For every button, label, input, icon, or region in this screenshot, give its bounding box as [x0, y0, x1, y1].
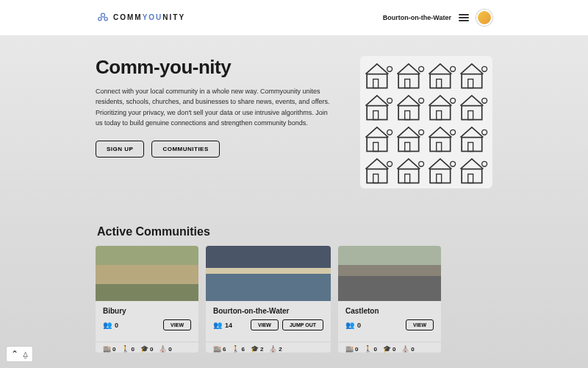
- community-name: Bourton-on-the-Water: [213, 307, 323, 315]
- people-icon: 👥: [345, 321, 354, 329]
- svg-point-2: [104, 17, 107, 20]
- avatar[interactable]: [476, 10, 492, 26]
- hero-title: Comm-you-nity: [96, 56, 331, 79]
- category-stats: 🏬0 🚶0 🎓0 ⛪0: [338, 342, 441, 353]
- chevron-up-icon[interactable]: ⌃: [11, 349, 18, 359]
- view-button[interactable]: VIEW: [406, 319, 434, 330]
- person-icon[interactable]: ⍙: [23, 349, 28, 359]
- people-icon: 👥: [103, 321, 112, 329]
- shop-icon: 🏬: [345, 345, 354, 353]
- community-name: Bibury: [103, 307, 191, 315]
- walk-icon: 🚶: [364, 345, 372, 353]
- people-icon: 👥: [213, 321, 222, 329]
- jump-out-button[interactable]: JUMP OUT: [282, 319, 323, 330]
- logo[interactable]: COMMYOUNITY: [96, 10, 185, 25]
- community-image: [206, 246, 331, 301]
- category-stats: 🏬0 🚶0 🎓0 ⛪0: [96, 342, 198, 353]
- houses-pattern-icon: [363, 59, 490, 185]
- svg-rect-6: [363, 59, 490, 185]
- community-card-castleton: Castleton 👥0 VIEW 🏬0 🚶0 🎓0 ⛪0: [338, 246, 441, 353]
- hero: Comm-you-nity Connect with your local co…: [0, 35, 588, 218]
- community-name: Castleton: [345, 307, 434, 315]
- community-card-bibury: Bibury 👥0 VIEW 🏬0 🚶0 🎓0 ⛪0: [96, 246, 198, 353]
- view-button[interactable]: VIEW: [163, 319, 191, 330]
- walk-icon: 🚶: [121, 345, 129, 353]
- school-icon: 🎓: [140, 345, 148, 353]
- category-stats: 🏬6 🚶6 🎓2 ⛪2: [206, 342, 331, 353]
- view-button[interactable]: VIEW: [251, 319, 279, 330]
- svg-point-0: [101, 13, 105, 17]
- school-icon: 🎓: [383, 345, 391, 353]
- hero-description: Connect with your local community in a w…: [96, 86, 331, 129]
- school-icon: 🎓: [251, 345, 259, 353]
- hero-content: Comm-you-nity Connect with your local co…: [96, 56, 331, 158]
- communities-button[interactable]: COMMUNITIES: [151, 141, 219, 158]
- walk-icon: 🚶: [232, 345, 240, 353]
- church-icon: ⛪: [401, 345, 409, 353]
- active-communities-section: Active Communities Bibury 👥0 VIEW 🏬0 🚶0 …: [0, 218, 588, 368]
- current-location-label[interactable]: Bourton-on-the-Water: [383, 14, 451, 21]
- members-stat: 👥0: [345, 321, 361, 329]
- shop-icon: 🏬: [103, 345, 111, 353]
- topbar: COMMYOUNITY Bourton-on-the-Water: [0, 0, 588, 35]
- community-card-bourton: Bourton-on-the-Water 👥14 VIEW JUMP OUT 🏬…: [206, 246, 331, 353]
- shop-icon: 🏬: [213, 345, 221, 353]
- hero-buttons: SIGN UP COMMUNITIES: [96, 141, 331, 158]
- logo-icon: [96, 10, 110, 25]
- church-icon: ⛪: [159, 345, 167, 353]
- community-cards: Bibury 👥0 VIEW 🏬0 🚶0 🎓0 ⛪0 Bourton-on-th: [96, 246, 492, 353]
- accessibility-controls[interactable]: ⌃ ⍙: [6, 346, 33, 362]
- section-title: Active Communities: [96, 225, 492, 238]
- hero-image: [360, 56, 492, 188]
- menu-icon[interactable]: [459, 14, 469, 21]
- members-stat: 👥0: [103, 321, 118, 329]
- members-stat: 👥14: [213, 321, 232, 329]
- topbar-right: Bourton-on-the-Water: [383, 10, 492, 26]
- community-image: [338, 246, 441, 301]
- community-image: [96, 246, 198, 301]
- logo-text: COMMYOUNITY: [113, 13, 185, 21]
- svg-point-1: [98, 17, 101, 20]
- signup-button[interactable]: SIGN UP: [96, 141, 144, 158]
- church-icon: ⛪: [269, 345, 277, 353]
